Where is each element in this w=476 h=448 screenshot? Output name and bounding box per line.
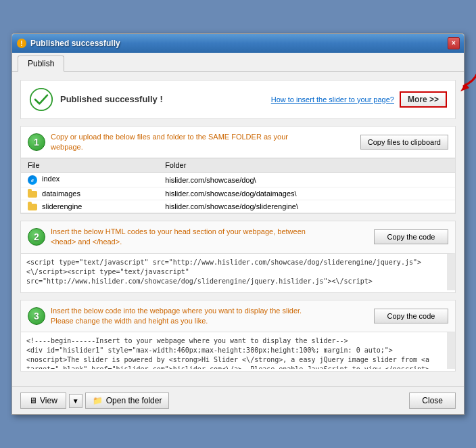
file-name: sliderengine [42,202,82,210]
view-button[interactable]: 🖥 View [20,393,66,409]
step1-number: 1 [28,133,45,151]
files-table: File Folder index hislider.com/showcase/… [21,158,455,212]
folder-cell: hislider.com/showcase/dog\ [158,173,455,187]
step2-description: Insert the below HTML codes to your head… [51,227,308,248]
more-btn-wrap: More >> [400,91,447,108]
ie-icon [28,175,37,185]
copy-code-button-3[interactable]: Copy the code [374,309,448,323]
step1-header-left: 1 Copy or upload the below files and fol… [28,132,308,153]
file-name: dataimages [42,189,80,198]
copy-code-button-2[interactable]: Copy the code [374,229,448,244]
success-title: Published successfully ! [60,94,163,104]
close-dialog-button[interactable]: Close [409,393,456,409]
step3-code-area[interactable] [21,332,455,369]
file-cell: sliderengine [21,200,158,212]
step3-header-left: 3 Insert the below code into the webpage… [28,306,308,327]
step1-section: 1 Copy or upload the below files and fol… [20,126,456,214]
bottom-bar: 🖥 View ▼ 📁 Open the folder Close [12,386,464,414]
open-folder-label: Open the folder [106,396,162,405]
step3-header: 3 Insert the below code into the webpage… [21,300,455,332]
close-window-button[interactable]: × [448,37,460,49]
file-name: index [42,175,60,183]
window-title: Published successfully [30,39,120,48]
view-dropdown-button[interactable]: ▼ [69,394,82,408]
success-check-icon [29,87,53,112]
copy-files-button[interactable]: Copy files to clipboard [360,135,448,150]
step3-section: 3 Insert the below code into the webpage… [20,300,456,372]
success-section: Published successfully ! How to insert t… [20,80,456,119]
table-row: dataimages hislider.com/showcase/dog/dat… [21,187,455,200]
success-right: How to insert the slider to your page? M… [271,91,447,108]
step3-number: 3 [28,307,45,325]
step2-code-area[interactable] [21,253,455,290]
content-area: Published successfully ! How to insert t… [12,72,464,387]
svg-point-2 [30,88,52,110]
tab-bar: Publish [12,53,464,72]
folder-cell: hislider.com/showcase/dog/sliderengine\ [158,200,455,212]
success-left: Published successfully ! [29,87,163,112]
step2-number: 2 [28,228,45,246]
table-row: index hislider.com/showcase/dog\ [21,173,455,187]
table-row: sliderengine hislider.com/showcase/dog/s… [21,200,455,212]
window-icon: ! [16,38,27,49]
step2-header-left: 2 Insert the below HTML codes to your he… [28,227,308,248]
file-cell: dataimages [21,187,158,200]
folder-icon [28,191,37,198]
bottom-left: 🖥 View ▼ 📁 Open the folder [20,393,169,409]
col-folder-header: Folder [158,158,455,173]
folder-icon: 📁 [93,396,103,405]
main-window: ! Published successfully × Publish Publi… [11,33,465,416]
step3-description: Insert the below code into the webpage w… [51,306,308,327]
open-folder-button[interactable]: 📁 Open the folder [85,393,170,409]
svg-text:!: ! [20,40,22,47]
how-to-link[interactable]: How to insert the slider to your page? [271,95,394,104]
step1-description: Copy or upload the below files and folde… [51,132,308,153]
step1-header: 1 Copy or upload the below files and fol… [21,127,455,158]
view-label: View [40,396,57,405]
title-bar: ! Published successfully × [12,34,464,53]
step2-section: 2 Insert the below HTML codes to your he… [20,221,456,293]
view-icon: 🖥 [29,396,37,405]
tab-publish[interactable]: Publish [18,55,64,72]
more-button[interactable]: More >> [400,91,447,108]
svg-marker-3 [460,83,469,91]
title-bar-left: ! Published successfully [16,38,120,49]
col-file-header: File [21,158,158,173]
step2-header: 2 Insert the below HTML codes to your he… [21,221,455,253]
folder-icon [28,204,37,210]
folder-cell: hislider.com/showcase/dog/dataimages\ [158,187,455,200]
file-cell: index [21,173,158,187]
